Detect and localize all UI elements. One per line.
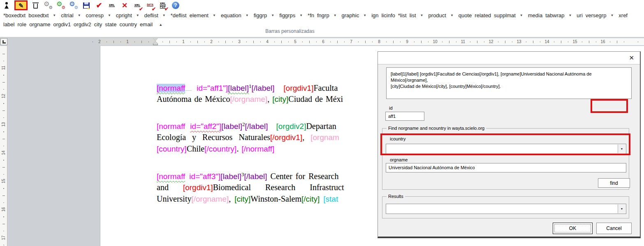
- document-line: [normaffid="aff3"][label]3[/label] Cente…: [157, 171, 338, 183]
- chevron-down-icon[interactable]: ▼: [520, 14, 523, 17]
- affiliation-button-state[interactable]: state: [105, 21, 116, 28]
- ruler-tick: [169, 41, 170, 43]
- chevron-down-icon[interactable]: ▼: [213, 14, 216, 17]
- markup-button-boxedtxt[interactable]: boxedtxt: [28, 12, 49, 18]
- markup-button-figgrp[interactable]: figgrp: [254, 12, 267, 18]
- hanging-indent-icon[interactable]: [153, 41, 158, 44]
- affiliation-button-city[interactable]: city: [94, 21, 102, 28]
- markup-button-xref[interactable]: xref: [619, 12, 628, 18]
- markup-button-equation[interactable]: equation: [221, 12, 241, 18]
- trash-icon[interactable]: [30, 0, 40, 10]
- markup-button-supplmat[interactable]: supplmat: [494, 12, 516, 18]
- affiliation-button-email[interactable]: email: [140, 21, 153, 28]
- markup-button-deflist[interactable]: *deflist: [171, 12, 187, 18]
- markup-button-list[interactable]: *list: [398, 12, 407, 18]
- ruler-number: 1: [182, 38, 185, 46]
- markup-button-related[interactable]: related: [475, 12, 491, 18]
- help-icon[interactable]: ?: [171, 0, 181, 10]
- pencil-icon[interactable]: ✎: [14, 0, 28, 10]
- chevron-down-icon[interactable]: ▼: [568, 14, 572, 17]
- ruler-number: 4: [266, 38, 269, 46]
- dialog-title-bar[interactable]: ✕: [378, 52, 640, 64]
- markup-button-figgrps[interactable]: figgrps: [279, 12, 295, 18]
- cancel-button[interactable]: Cancel: [596, 223, 632, 234]
- markup-button-tabwrap[interactable]: tabwrap: [545, 12, 564, 18]
- chevron-down-icon[interactable]: ▼: [136, 14, 139, 17]
- doc-text-run: Ecología y Recursos Naturales: [157, 133, 270, 142]
- vertical-ruler[interactable]: 11121314151617: [0, 46, 7, 246]
- markup-button-graphic[interactable]: graphic: [342, 12, 359, 18]
- chevron-down-icon[interactable]: ▼: [78, 14, 81, 17]
- affiliation-button-orgname[interactable]: orgname: [29, 21, 50, 28]
- chevron-down-icon[interactable]: ▼: [246, 14, 249, 17]
- person-icon[interactable]: [2, 0, 12, 10]
- horizontal-ruler[interactable]: 2112345678910111213141516: [7, 38, 644, 46]
- markup-button-media[interactable]: media: [528, 12, 542, 18]
- ok-button[interactable]: OK: [553, 223, 593, 234]
- chevron-down-icon[interactable]: ▼: [271, 14, 274, 17]
- gears-gray-icon[interactable]: ⚙⚙: [43, 0, 53, 10]
- data-check-icon[interactable]: DATA✔: [145, 0, 155, 10]
- xml-icon[interactable]: XML: [107, 0, 117, 10]
- affiliation-button-role[interactable]: role: [17, 21, 26, 28]
- chevron-down-icon[interactable]: ▼: [420, 14, 424, 17]
- orgname-field[interactable]: Universidad Nacional Autónoma de México: [386, 163, 626, 172]
- chevron-down-icon[interactable]: ▼: [334, 14, 337, 17]
- icountry-combobox[interactable]: ▼: [386, 144, 626, 154]
- chevron-down-icon[interactable]: ▼: [618, 145, 625, 153]
- results-combobox[interactable]: ▼: [386, 204, 626, 214]
- ruler-tick: [260, 41, 261, 42]
- justify-gap: [268, 129, 276, 129]
- markup-button-cltrial[interactable]: cltrial: [61, 12, 73, 18]
- markup-button-quote[interactable]: quote: [459, 12, 472, 18]
- chevron-down-icon[interactable]: ▼: [618, 205, 625, 213]
- chevron-down-icon[interactable]: ▼: [108, 14, 111, 17]
- find-button[interactable]: find: [598, 178, 630, 188]
- markup-tag: [orgnam: [310, 133, 339, 142]
- markup-button-licinfo[interactable]: licinfo: [381, 12, 395, 18]
- affiliation-button-orgdiv1[interactable]: orgdiv1: [53, 21, 71, 28]
- markup-button-corresp[interactable]: corresp: [86, 12, 104, 18]
- check-icon[interactable]: ✔: [94, 0, 104, 10]
- chevron-down-icon[interactable]: ▼: [610, 14, 614, 17]
- markup-button-ign[interactable]: ign: [371, 12, 378, 18]
- chevron-down-icon[interactable]: ▼: [363, 14, 366, 17]
- markup-button-deflist[interactable]: deflist: [144, 12, 158, 18]
- affiliation-button-country[interactable]: country: [119, 21, 137, 28]
- collapse-toolbar-icon[interactable]: ▲: [159, 23, 162, 27]
- save-icon[interactable]: [81, 0, 91, 10]
- left-indent-icon[interactable]: [153, 44, 158, 45]
- tab-stop-selector[interactable]: [0, 38, 7, 45]
- xml-check-icon[interactable]: XML✔: [132, 0, 142, 10]
- xml-pdf-check-icon[interactable]: XML PDF✔: [158, 0, 168, 10]
- markup-button-fngrp[interactable]: fngrp: [317, 12, 329, 18]
- affiliation-preview-textbox[interactable]: [label]1[/label] [orgdiv1]Facultad de Ci…: [386, 67, 632, 99]
- ruler-tick: [2, 167, 5, 168]
- markup-button-fn[interactable]: *fn: [308, 12, 314, 18]
- doc-text-run: ,: [267, 94, 272, 103]
- markup-button-versegrp[interactable]: versegrp: [586, 12, 607, 18]
- markup-button-element[interactable]: element: [190, 12, 208, 18]
- indent-marker[interactable]: [153, 38, 158, 46]
- ruler-number: 14: [1, 149, 7, 156]
- gears-blue-icon[interactable]: ⚙⚙: [69, 0, 79, 10]
- delete-x-icon[interactable]: ✕: [120, 0, 130, 10]
- markup-button-uri[interactable]: uri: [577, 12, 582, 18]
- chevron-down-icon[interactable]: ▼: [450, 14, 454, 17]
- chevron-down-icon[interactable]: ▼: [162, 14, 166, 17]
- markup-button-boxedtxt[interactable]: *boxedtxt: [3, 12, 25, 18]
- first-line-indent-icon[interactable]: [153, 38, 158, 41]
- chevron-down-icon[interactable]: ▼: [53, 14, 56, 17]
- markup-button-list[interactable]: list: [410, 12, 416, 18]
- ruler-tick: [505, 41, 505, 43]
- affiliation-button-label[interactable]: label: [3, 21, 14, 28]
- id-field[interactable]: aff1: [385, 112, 424, 121]
- affiliation-button-orgdiv2[interactable]: orgdiv2: [74, 21, 91, 28]
- gears-colored-icon[interactable]: ⚙⚙: [56, 0, 66, 10]
- ruler-tick: [477, 41, 477, 43]
- markup-button-product[interactable]: product: [429, 12, 446, 18]
- markup-button-cpright[interactable]: cpright: [116, 12, 132, 18]
- close-icon[interactable]: ✕: [629, 54, 634, 62]
- chevron-down-icon[interactable]: ▼: [299, 14, 303, 17]
- markup-tag: [/city]: [301, 195, 320, 203]
